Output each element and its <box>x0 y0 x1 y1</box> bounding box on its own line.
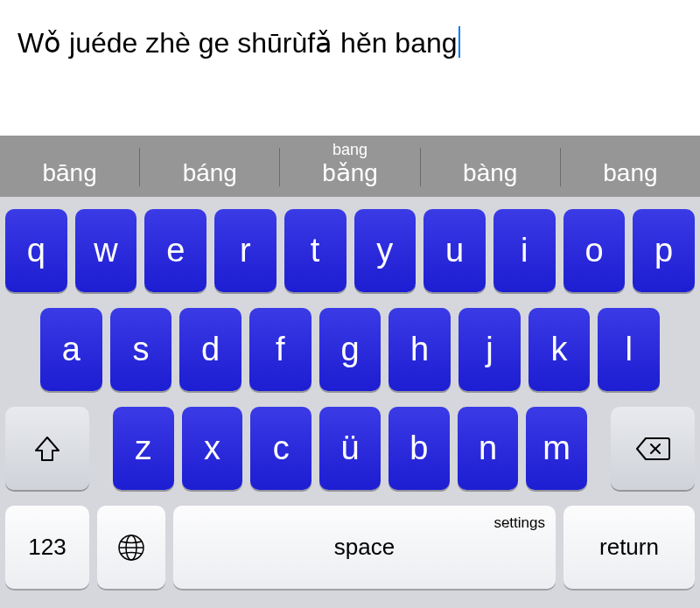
candidate-1[interactable]: bāng <box>0 136 139 190</box>
keyboard-row-4: 123 settings space return <box>5 506 695 589</box>
candidate-3[interactable]: bang bǎng <box>280 136 419 190</box>
key-r[interactable]: r <box>214 209 276 292</box>
globe-key[interactable] <box>97 506 165 589</box>
key-i[interactable]: i <box>494 209 556 292</box>
key-a[interactable]: a <box>40 308 102 391</box>
candidate-typed: bang <box>280 141 419 158</box>
backspace-icon <box>635 436 670 462</box>
key-y[interactable]: y <box>354 209 416 292</box>
candidate-2[interactable]: báng <box>140 136 279 190</box>
keyboard: q w e r t y u i o p a s d f g h j k l z … <box>0 197 700 608</box>
globe-icon <box>116 532 147 563</box>
candidate-typed-empty <box>421 141 560 158</box>
key-b[interactable]: b <box>388 407 450 490</box>
text-cursor <box>458 26 460 58</box>
key-t[interactable]: t <box>284 209 346 292</box>
candidate-typed-empty <box>561 141 700 158</box>
key-u[interactable]: u <box>424 209 486 292</box>
key-j[interactable]: j <box>458 308 521 391</box>
numbers-key[interactable]: 123 <box>5 506 89 589</box>
shift-key[interactable] <box>5 407 89 490</box>
keyboard-row-3-letters: z x c ü b n m <box>113 407 587 490</box>
key-z[interactable]: z <box>113 407 174 490</box>
key-n[interactable]: n <box>458 407 519 490</box>
input-text: Wǒ juéde zhè ge shūrùfǎ hěn bang <box>18 27 458 59</box>
key-k[interactable]: k <box>528 308 591 391</box>
key-p[interactable]: p <box>633 209 695 292</box>
key-h[interactable]: h <box>388 308 451 391</box>
text-input-area[interactable]: Wǒ juéde zhè ge shūrùfǎ hěn bang <box>0 0 700 136</box>
key-s[interactable]: s <box>110 308 172 391</box>
candidate-label: bang <box>561 158 700 188</box>
keyboard-row-1: q w e r t y u i o p <box>5 209 695 292</box>
key-o[interactable]: o <box>564 209 626 292</box>
space-key[interactable]: settings space <box>173 506 556 589</box>
key-d[interactable]: d <box>179 308 242 391</box>
key-e[interactable]: e <box>144 209 206 292</box>
candidate-5[interactable]: bang <box>561 136 700 190</box>
key-q[interactable]: q <box>5 209 67 292</box>
candidate-label: báng <box>140 158 279 188</box>
candidate-4[interactable]: bàng <box>421 136 560 190</box>
keyboard-row-3: z x c ü b n m <box>5 407 695 490</box>
candidate-label: bǎng <box>280 158 419 188</box>
key-l[interactable]: l <box>598 308 660 391</box>
key-f[interactable]: f <box>249 308 312 391</box>
key-w[interactable]: w <box>75 209 137 292</box>
candidate-typed-empty <box>0 141 139 158</box>
key-m[interactable]: m <box>526 407 587 490</box>
candidate-label: bàng <box>421 158 560 188</box>
candidate-typed-empty <box>140 141 279 158</box>
key-c[interactable]: c <box>250 407 312 490</box>
key-x[interactable]: x <box>182 407 243 490</box>
space-label: space <box>334 534 395 561</box>
candidate-bar: bāng báng bang bǎng bàng bang <box>0 136 700 197</box>
shift-icon <box>32 433 63 465</box>
settings-label: settings <box>494 514 545 532</box>
delete-key[interactable] <box>611 407 695 490</box>
return-key[interactable]: return <box>564 506 695 589</box>
key-g[interactable]: g <box>319 308 382 391</box>
keyboard-row-2: a s d f g h j k l <box>5 308 695 391</box>
candidate-label: bāng <box>0 158 139 188</box>
key-u-umlaut[interactable]: ü <box>319 407 381 490</box>
